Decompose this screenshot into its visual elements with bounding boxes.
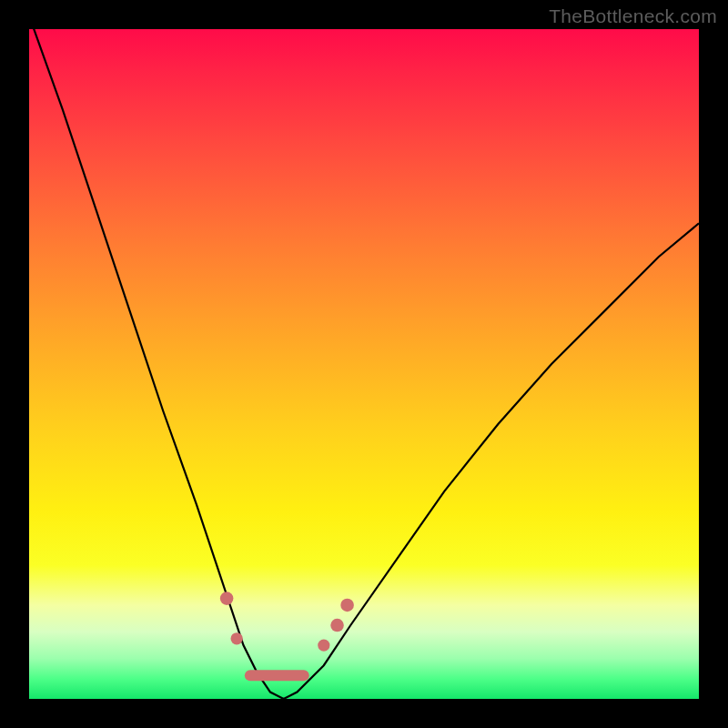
left-lower-dot <box>231 632 243 644</box>
right-lower-dot <box>318 639 329 651</box>
chart-stage: TheBottleneck.com <box>0 0 728 728</box>
right-mid-dot <box>330 619 344 632</box>
bottleneck-curve <box>29 29 699 699</box>
curve-svg <box>29 29 699 699</box>
right-upper-dot <box>340 599 354 612</box>
left-upper-dot <box>220 592 234 605</box>
marker-group <box>220 592 354 651</box>
plot-area <box>29 29 699 699</box>
watermark-label: TheBottleneck.com <box>549 5 717 27</box>
